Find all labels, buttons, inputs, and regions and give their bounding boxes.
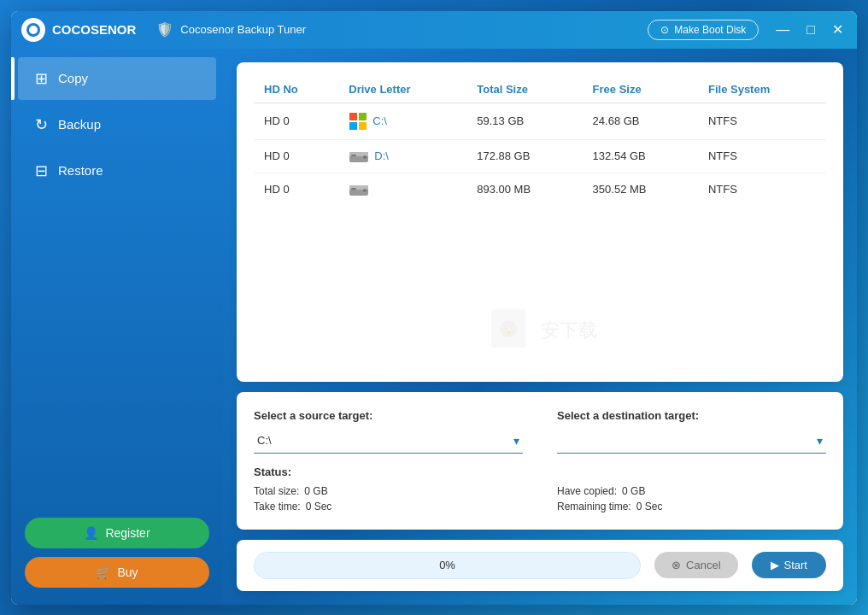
- cell-hd-2: HD 0: [254, 173, 338, 206]
- backup-tuner-icon: 🛡️: [156, 21, 173, 38]
- sidebar-backup-label: Backup: [58, 117, 101, 132]
- start-button[interactable]: ▶ Start: [752, 552, 826, 578]
- app-title: Cocosenor Backup Tuner: [180, 23, 306, 36]
- app-title-section: 🛡️ Cocosenor Backup Tuner: [156, 21, 648, 38]
- col-drive-letter: Drive Letter: [338, 76, 466, 103]
- have-copied-row: Have copied: 0 GB: [557, 485, 826, 497]
- logo-icon: [21, 18, 45, 42]
- register-button[interactable]: 👤 Register: [25, 518, 209, 548]
- cell-fs-c: NTFS: [698, 102, 826, 139]
- copy-options-row: Select a source target: C:\ ▾ Select a d…: [254, 409, 826, 454]
- col-file-system: File System: [698, 76, 826, 103]
- svg-point-13: [500, 320, 517, 337]
- progress-panel: 0% ⊗ Cancel ▶ Start: [237, 540, 843, 591]
- cell-drive-c: C:\: [338, 102, 466, 139]
- take-time-row: Take time: 0 Sec: [254, 501, 523, 512]
- make-boot-disk-label: Make Boot Disk: [674, 24, 746, 36]
- status-section: Status: Total size: 0 GB Have copied: 0 …: [254, 466, 826, 512]
- maximize-button[interactable]: □: [803, 21, 818, 38]
- windows-drive-icon: [349, 112, 367, 131]
- cancel-icon: ⊗: [672, 559, 681, 571]
- start-label: Start: [784, 559, 807, 571]
- cell-drive-empty: [338, 173, 466, 206]
- source-value: C:\: [257, 434, 272, 447]
- svg-point-11: [363, 189, 367, 192]
- svg-rect-12: [491, 309, 525, 348]
- cell-hd-1: HD 0: [254, 139, 338, 173]
- cell-fs-d: NTFS: [698, 139, 826, 173]
- make-boot-disk-button[interactable]: ⊙ Make Boot Disk: [648, 20, 759, 40]
- cell-total-d: 172.88 GB: [466, 139, 582, 173]
- disk-drive-icon: [349, 149, 369, 164]
- take-time-label: Take time:: [254, 501, 301, 512]
- cell-total-empty: 893.00 MB: [466, 173, 582, 206]
- logo-text: COCOSENOR: [52, 22, 136, 37]
- app-logo: COCOSENOR: [21, 18, 136, 42]
- cell-free-c: 24.68 GB: [583, 102, 698, 139]
- restore-icon: ⊟: [35, 161, 48, 180]
- window-controls: — □ ✕: [772, 21, 847, 38]
- destination-label: Select a destination target:: [557, 409, 826, 422]
- drive-table-panel: HD No Drive Letter Total Size Free Size …: [237, 62, 843, 382]
- cancel-button[interactable]: ⊗ Cancel: [654, 552, 737, 578]
- buy-icon: 🛒: [96, 565, 110, 579]
- sidebar-item-backup[interactable]: ↻ Backup: [18, 103, 216, 146]
- source-dropdown[interactable]: C:\ ▾: [254, 429, 523, 454]
- source-chevron-icon: ▾: [513, 434, 519, 448]
- cell-free-d: 132.54 GB: [583, 139, 698, 173]
- table-row[interactable]: HD 0 C:\: [254, 102, 826, 139]
- source-group: Select a source target: C:\ ▾: [254, 409, 523, 454]
- source-label: Select a source target:: [254, 409, 523, 422]
- svg-point-7: [363, 155, 367, 159]
- progress-text: 0%: [439, 559, 455, 571]
- status-title: Status:: [254, 466, 826, 478]
- buy-label: Buy: [117, 565, 138, 579]
- table-row[interactable]: HD 0 D:\: [254, 139, 826, 173]
- app-window: COCOSENOR 🛡️ Cocosenor Backup Tuner ⊙ Ma…: [11, 11, 857, 605]
- total-size-label: Total size:: [254, 485, 299, 497]
- backup-icon: ↻: [35, 115, 48, 134]
- drive-table: HD No Drive Letter Total Size Free Size …: [254, 76, 826, 206]
- svg-rect-6: [351, 155, 356, 156]
- svg-rect-3: [359, 122, 367, 130]
- disk-drive-icon-2: [349, 182, 369, 197]
- sidebar-item-restore[interactable]: ⊟ Restore: [18, 149, 216, 192]
- drive-table-wrapper: HD No Drive Letter Total Size Free Size …: [237, 62, 843, 382]
- close-button[interactable]: ✕: [829, 21, 847, 38]
- content-area: HD No Drive Letter Total Size Free Size …: [223, 49, 857, 605]
- sidebar-item-copy[interactable]: ⊞ Copy: [18, 57, 216, 100]
- col-free-size: Free Size: [583, 76, 698, 103]
- sidebar-bottom: 👤 Register 🛒 Buy: [11, 501, 223, 605]
- cell-fs-empty: NTFS: [698, 173, 826, 206]
- destination-group: Select a destination target: ▾: [557, 409, 826, 454]
- total-size-value: 0 GB: [304, 485, 327, 497]
- boot-disk-icon: ⊙: [660, 24, 669, 36]
- buy-button[interactable]: 🛒 Buy: [25, 557, 209, 588]
- register-icon: 👤: [84, 526, 98, 540]
- take-time-value: 0 Sec: [306, 501, 332, 512]
- destination-chevron-icon: ▾: [817, 434, 823, 448]
- copy-options-panel: Select a source target: C:\ ▾ Select a d…: [237, 392, 843, 530]
- progress-bar-fill: 0%: [255, 553, 640, 578]
- minimize-button[interactable]: —: [772, 21, 793, 38]
- svg-text:🔒: 🔒: [502, 323, 515, 336]
- col-total-size: Total Size: [466, 76, 582, 103]
- sidebar: ⊞ Copy ↻ Backup ⊟ Restore 👤 Register 🛒 B…: [11, 49, 223, 605]
- svg-rect-10: [351, 188, 356, 190]
- remaining-value: 0 Sec: [636, 501, 663, 512]
- status-grid: Total size: 0 GB Have copied: 0 GB Take …: [254, 485, 826, 512]
- sidebar-restore-label: Restore: [58, 163, 103, 178]
- progress-bar-container: 0%: [254, 552, 641, 579]
- total-size-row: Total size: 0 GB: [254, 485, 523, 497]
- sidebar-copy-label: Copy: [58, 71, 88, 85]
- remaining-row: Remaining time: 0 Sec: [557, 501, 826, 512]
- logo-inner-circle: [26, 23, 40, 37]
- destination-dropdown[interactable]: ▾: [557, 429, 826, 454]
- table-row[interactable]: HD 0: [254, 173, 826, 206]
- cell-free-empty: 350.52 MB: [583, 173, 698, 206]
- cell-total-c: 59.13 GB: [466, 102, 582, 139]
- col-hd-no: HD No: [254, 76, 338, 103]
- svg-rect-0: [349, 113, 357, 120]
- table-header-row: HD No Drive Letter Total Size Free Size …: [254, 76, 826, 103]
- copy-icon: ⊞: [35, 69, 48, 88]
